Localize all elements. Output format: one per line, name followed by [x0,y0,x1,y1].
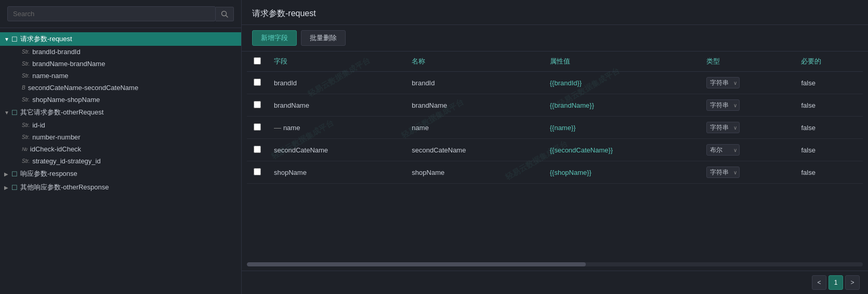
type-select[interactable]: 字符串布尔整数数组对象 [706,77,740,88]
row-type: 字符串布尔整数数组对象 [700,117,795,139]
badge-name: Str. [22,73,30,79]
main-header: 请求参数-request [242,0,868,25]
search-icon [221,10,228,18]
tree-item-otherRequest[interactable]: ▼ ☐ 其它请求参数-otherRequest [0,106,241,119]
label-brandId: brandId-brandId [32,48,81,56]
tree-label-response: 响应参数-response [20,169,77,178]
row-checkbox-cell [247,117,268,139]
row-attr: {{brandName}} [544,94,700,117]
col-name: 名称 [405,52,543,72]
tree-item-response[interactable]: ▶ ☐ 响应参数-response [0,167,241,181]
batch-delete-button[interactable]: 批量删除 [301,30,346,46]
tree-child-id[interactable]: Str. id-id [0,119,241,131]
row-required: false [795,139,863,161]
tree-child-number[interactable]: Str. number-number [0,131,241,143]
scroll-thumb [247,262,586,266]
tree-child-brandName[interactable]: Str. brandName-brandName [0,58,241,70]
params-table: 字段 名称 属性值 类型 必要的 brandId [247,52,863,184]
pagination: < 1 > [242,271,868,294]
tree-label-request: 请求参数-request [20,34,72,44]
row-checkbox-cell [247,139,268,161]
row-name: brandId [405,72,543,94]
row-checkbox-cell [247,161,268,184]
row-required: false [795,117,863,139]
row-checkbox[interactable] [254,146,261,153]
label-name: name-name [32,72,68,80]
tree-label-otherResponse: 其他响应参数-otherResponse [20,183,109,192]
table-row: shopNameshopName{{shopName}}字符串布尔整数数组对象f… [247,161,863,184]
label-number: number-number [32,133,81,141]
main-title: 请求参数-request [252,8,316,19]
row-checkbox[interactable] [254,101,261,108]
sidebar: ▼ ☐ 请求参数-request Str. brandId-brandId St… [0,0,242,294]
add-field-button[interactable]: 新增字段 [252,30,297,46]
row-field: brandId [268,72,405,94]
tree-item-request[interactable]: ▼ ☐ 请求参数-request [0,32,241,46]
tree-item-otherResponse[interactable]: ▶ ☐ 其他响应参数-otherResponse [0,181,241,194]
row-field: secondCateName [268,139,405,161]
tree-child-brandId[interactable]: Str. brandId-brandId [0,46,241,58]
badge-strategyId: Str. [22,158,30,164]
row-checkbox[interactable] [254,79,261,86]
tree-child-strategyId[interactable]: Str. strategy_id-strategy_id [0,155,241,167]
col-required: 必要的 [795,52,863,72]
table-row: secondCateNamesecondCateName{{secondCate… [247,139,863,161]
row-name: shopName [405,161,543,184]
badge-shopName: Str. [22,97,30,103]
row-field: — name [268,117,405,139]
svg-line-1 [226,15,228,17]
row-checkbox[interactable] [254,168,261,175]
select-all-checkbox[interactable] [254,57,261,65]
table-wrapper: 轻易云数据集成平台 轻易云数据集成平台 轻易云数据集成平台 轻易云数据集成平台 … [242,52,868,260]
type-select[interactable]: 字符串布尔整数数组对象 [706,99,740,111]
row-type: 字符串布尔整数数组对象 [700,94,795,117]
badge-brandId: Str. [22,49,30,55]
toolbar: 新增字段 批量删除 [242,25,868,52]
tree-arrow-otherResponse: ▶ [4,185,11,190]
badge-number: Str. [22,134,30,140]
row-attr: {{shopName}} [544,161,700,184]
row-required: false [795,72,863,94]
type-select[interactable]: 字符串布尔整数数组对象 [706,144,740,156]
row-attr: {{name}} [544,117,700,139]
folder-icon-otherResponse: ☐ [11,184,18,191]
table-row: brandIdbrandId{{brandId}}字符串布尔整数数组对象fals… [247,72,863,94]
row-name: secondCateName [405,139,543,161]
tree-child-idCheck[interactable]: № idCheck-idCheck [0,143,241,155]
table-row: — namename{{name}}字符串布尔整数数组对象false [247,117,863,139]
label-strategyId: strategy_id-strategy_id [32,157,101,165]
row-required: false [795,161,863,184]
tree-child-shopName[interactable]: Str. shopName-shopName [0,94,241,106]
row-field: shopName [268,161,405,184]
tree-arrow-response: ▶ [4,171,11,177]
col-type: 类型 [700,52,795,72]
tree-child-secondCateName[interactable]: B secondCateName-secondCateName [0,82,241,94]
next-page-button[interactable]: > [845,275,860,290]
page-1-button[interactable]: 1 [828,275,843,290]
label-idCheck: idCheck-idCheck [30,145,81,153]
row-type: 字符串布尔整数数组对象 [700,72,795,94]
badge-secondCateName: B [22,85,25,91]
type-select[interactable]: 字符串布尔整数数组对象 [706,167,740,178]
row-attr: {{secondCateName}} [544,139,700,161]
label-shopName: shopName-shopName [32,96,100,104]
search-input[interactable] [7,6,216,21]
row-type: 字符串布尔整数数组对象 [700,161,795,184]
row-field: brandName [268,94,405,117]
col-checkbox [247,52,268,72]
row-attr: {{brandId}} [544,72,700,94]
folder-icon-otherRequest: ☐ [11,109,18,117]
prev-page-button[interactable]: < [812,275,826,290]
type-select[interactable]: 字符串布尔整数数组对象 [706,122,740,133]
row-checkbox[interactable] [254,123,261,131]
label-id: id-id [32,121,45,129]
col-attr: 属性值 [544,52,700,72]
horizontal-scrollbar[interactable] [247,262,863,266]
tree-arrow-otherRequest: ▼ [4,110,11,116]
search-button[interactable] [216,7,234,21]
row-name: name [405,117,543,139]
tree-child-name[interactable]: Str. name-name [0,70,241,82]
row-checkbox-cell [247,94,268,117]
badge-idCheck: № [22,146,28,152]
folder-icon-request: ☐ [11,35,18,43]
